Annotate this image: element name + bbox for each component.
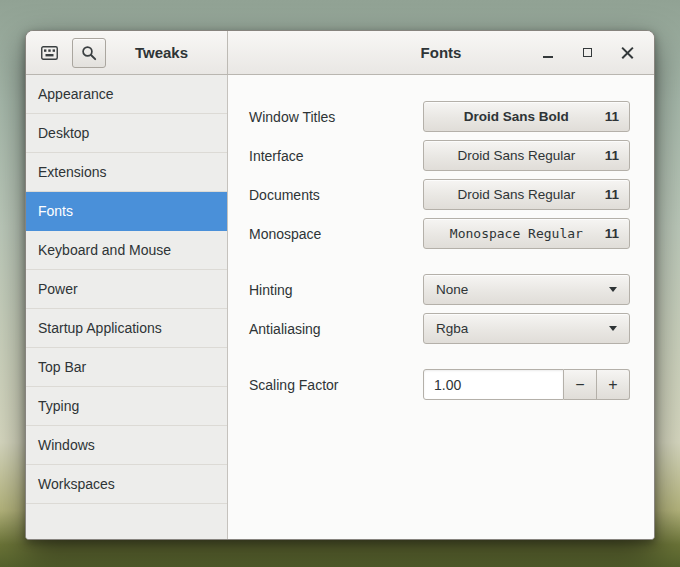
window-titles-label: Window Titles — [249, 109, 335, 125]
documents-label: Documents — [249, 187, 320, 203]
window-titles-row: Window Titles Droid Sans Bold 11 — [249, 101, 630, 132]
window-title-left: Tweaks — [114, 44, 219, 61]
sidebar-item-appearance[interactable]: Appearance — [26, 75, 227, 114]
chevron-down-icon — [609, 287, 617, 292]
increment-button[interactable]: + — [597, 369, 630, 400]
sidebar-item-label: Workspaces — [38, 476, 115, 492]
hinting-label: Hinting — [249, 282, 293, 298]
section-gap — [249, 257, 630, 274]
font-name: Droid Sans Regular — [434, 187, 599, 202]
antialiasing-value: Rgba — [436, 321, 468, 336]
window-body: Appearance Desktop Extensions Fonts Keyb… — [26, 75, 654, 539]
chevron-down-icon — [609, 326, 617, 331]
sidebar-item-extensions[interactable]: Extensions — [26, 153, 227, 192]
monospace-font-button[interactable]: Monospace Regular 11 — [423, 218, 630, 249]
documents-row: Documents Droid Sans Regular 11 — [249, 179, 630, 210]
sidebar-item-keyboard-and-mouse[interactable]: Keyboard and Mouse — [26, 231, 227, 270]
app-grid-glyph — [41, 46, 58, 60]
sidebar-item-label: Desktop — [38, 125, 89, 141]
sidebar-item-power[interactable]: Power — [26, 270, 227, 309]
sidebar-item-label: Typing — [38, 398, 79, 414]
sidebar-item-windows[interactable]: Windows — [26, 426, 227, 465]
maximize-button[interactable] — [575, 40, 600, 65]
window-close-icon — [621, 46, 634, 59]
sidebar-item-label: Fonts — [38, 203, 73, 219]
font-size: 11 — [605, 226, 619, 241]
font-size: 11 — [605, 187, 619, 202]
font-size: 11 — [605, 148, 619, 163]
tweaks-window: Tweaks Fonts Appearance — [25, 30, 655, 540]
decrement-button[interactable]: − — [564, 369, 597, 400]
interface-font-button[interactable]: Droid Sans Regular 11 — [423, 140, 630, 171]
font-name: Droid Sans Regular — [434, 148, 599, 163]
hinting-dropdown[interactable]: None — [423, 274, 630, 305]
headerbar-right: Fonts — [228, 31, 654, 74]
antialiasing-row: Antialiasing Rgba — [249, 313, 630, 344]
antialiasing-label: Antialiasing — [249, 321, 321, 337]
font-size: 11 — [605, 109, 619, 124]
sidebar-item-fonts[interactable]: Fonts — [26, 192, 227, 231]
search-button[interactable] — [72, 38, 106, 68]
sidebar-item-top-bar[interactable]: Top Bar — [26, 348, 227, 387]
sidebar-item-label: Startup Applications — [38, 320, 162, 336]
sidebar-item-label: Keyboard and Mouse — [38, 242, 171, 258]
sidebar-item-label: Extensions — [38, 164, 106, 180]
monospace-row: Monospace Monospace Regular 11 — [249, 218, 630, 249]
search-icon — [81, 45, 97, 61]
window-maximize-icon — [583, 48, 592, 57]
scaling-factor-spinbox: 1.00 − + — [423, 369, 630, 400]
minimize-button[interactable] — [535, 40, 560, 65]
interface-label: Interface — [249, 148, 303, 164]
hinting-row: Hinting None — [249, 274, 630, 305]
font-name: Monospace Regular — [434, 226, 599, 241]
interface-row: Interface Droid Sans Regular 11 — [249, 140, 630, 171]
sidebar-item-label: Power — [38, 281, 78, 297]
headerbar-left: Tweaks — [26, 31, 228, 74]
sidebar-item-label: Top Bar — [38, 359, 86, 375]
antialiasing-dropdown[interactable]: Rgba — [423, 313, 630, 344]
desktop: { "header": { "left_title": "Tweaks", "r… — [0, 0, 680, 567]
window-controls — [535, 31, 640, 74]
sidebar-item-label: Appearance — [38, 86, 114, 102]
sidebar-item-workspaces[interactable]: Workspaces — [26, 465, 227, 504]
hinting-value: None — [436, 282, 468, 297]
scaling-factor-input[interactable]: 1.00 — [423, 369, 564, 400]
tweaks-app-icon[interactable] — [34, 38, 64, 68]
close-button[interactable] — [615, 40, 640, 65]
sidebar: Appearance Desktop Extensions Fonts Keyb… — [26, 75, 228, 539]
font-name: Droid Sans Bold — [434, 109, 599, 124]
section-gap — [249, 352, 630, 369]
sidebar-item-desktop[interactable]: Desktop — [26, 114, 227, 153]
monospace-label: Monospace — [249, 226, 321, 242]
sidebar-item-typing[interactable]: Typing — [26, 387, 227, 426]
fonts-panel: Window Titles Droid Sans Bold 11 Interfa… — [228, 75, 654, 539]
page-title: Fonts — [421, 44, 462, 61]
sidebar-item-startup-applications[interactable]: Startup Applications — [26, 309, 227, 348]
scaling-factor-row: Scaling Factor 1.00 − + — [249, 369, 630, 400]
headerbar: Tweaks Fonts — [26, 31, 654, 75]
window-minimize-icon — [543, 56, 553, 58]
window-titles-font-button[interactable]: Droid Sans Bold 11 — [423, 101, 630, 132]
scaling-factor-label: Scaling Factor — [249, 377, 338, 393]
documents-font-button[interactable]: Droid Sans Regular 11 — [423, 179, 630, 210]
sidebar-item-label: Windows — [38, 437, 95, 453]
